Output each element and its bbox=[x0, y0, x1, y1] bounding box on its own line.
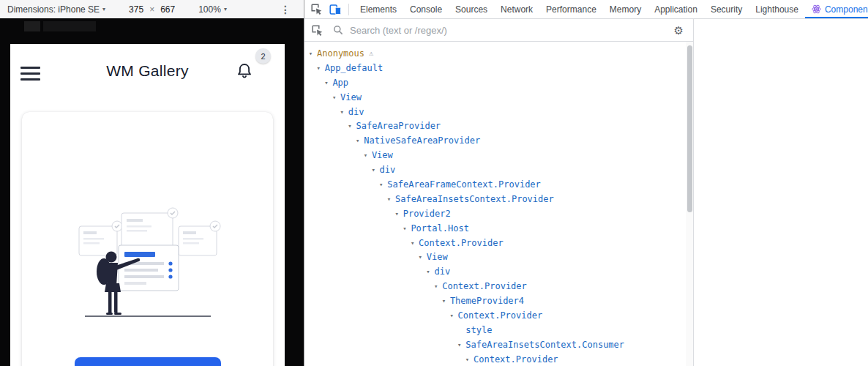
tab-label: Sources bbox=[455, 4, 487, 15]
component-name: Context.Provider bbox=[419, 238, 504, 248]
component-name: div bbox=[380, 165, 396, 175]
tree-row[interactable]: ▾App_default bbox=[304, 61, 693, 75]
viewport-height-field[interactable]: 667 bbox=[160, 4, 175, 15]
chevron-down-icon: ▾ bbox=[224, 6, 227, 12]
scrollbar-thumb[interactable] bbox=[687, 45, 692, 212]
expand-arrow-icon[interactable]: ▾ bbox=[362, 152, 369, 159]
props-pane bbox=[695, 19, 868, 366]
panel-tabs: ElementsConsoleSourcesNetworkPerformance… bbox=[353, 0, 868, 18]
tree-row[interactable]: ▾Portal.Host bbox=[304, 221, 693, 236]
component-name: Portal.Host bbox=[411, 223, 468, 234]
primary-action-button[interactable] bbox=[75, 357, 221, 366]
tree-row[interactable]: ▾SafeAreaProvider bbox=[304, 119, 693, 133]
component-name: style bbox=[465, 325, 492, 335]
canvas-artifact bbox=[24, 21, 40, 31]
expand-arrow-icon[interactable]: ▾ bbox=[370, 166, 377, 173]
tree-row[interactable]: ▾Context.Provider bbox=[304, 308, 693, 323]
tree-row[interactable]: ▾SafeAreaInsetsContext.Consumer bbox=[304, 337, 693, 352]
expand-arrow-icon[interactable]: ▾ bbox=[441, 297, 447, 305]
component-name: View bbox=[427, 252, 448, 262]
expand-arrow-icon[interactable]: ▾ bbox=[433, 283, 439, 290]
inspect-element-icon[interactable] bbox=[310, 3, 323, 15]
expand-arrow-icon[interactable]: ▾ bbox=[449, 312, 455, 319]
expand-arrow-icon[interactable]: ▾ bbox=[401, 225, 408, 232]
app-header: WM Gallery 2 bbox=[10, 44, 285, 100]
component-name: Provider2 bbox=[403, 209, 451, 219]
component-name: SafeAreaInsetsContext.Provider bbox=[395, 194, 554, 204]
tab-label: Memory bbox=[610, 4, 641, 15]
component-name: NativeSafeAreaProvider bbox=[364, 135, 480, 146]
tree-row[interactable]: style bbox=[304, 323, 693, 337]
tree-row[interactable]: ▾View bbox=[304, 90, 693, 105]
expand-arrow-icon[interactable]: ▾ bbox=[456, 341, 463, 348]
tab-network[interactable]: Network bbox=[494, 0, 539, 18]
component-name: div bbox=[348, 107, 364, 117]
tree-row[interactable]: ▾ThemeProvider4 bbox=[304, 294, 693, 308]
component-name: SafeAreaFrameContext.Provider bbox=[387, 179, 541, 190]
scrollbar[interactable] bbox=[686, 42, 693, 366]
tab-label: Console bbox=[410, 4, 442, 15]
component-name: ThemeProvider4 bbox=[450, 296, 524, 306]
tab-elements[interactable]: Elements bbox=[353, 0, 403, 18]
phone-viewport: WM Gallery 2 bbox=[10, 44, 285, 366]
search-input[interactable] bbox=[348, 24, 571, 37]
tree-row[interactable]: ▾div bbox=[304, 105, 693, 119]
tree-row[interactable]: ▾Provider2 bbox=[304, 206, 693, 221]
tab-lighthouse[interactable]: Lighthouse bbox=[749, 0, 805, 18]
component-name: View bbox=[372, 150, 393, 160]
bell-icon[interactable] bbox=[236, 62, 252, 80]
tree-row[interactable]: ▾View bbox=[304, 148, 693, 163]
component-name: Anonymous bbox=[317, 48, 364, 59]
gear-icon[interactable]: ⚙ bbox=[674, 25, 684, 36]
expand-arrow-icon[interactable]: ▾ bbox=[315, 64, 322, 72]
tab-memory[interactable]: Memory bbox=[603, 0, 648, 18]
warning-icon: ⚠ bbox=[369, 49, 373, 57]
tree-row[interactable]: ▾div bbox=[304, 264, 693, 279]
expand-arrow-icon[interactable]: ▾ bbox=[394, 210, 400, 217]
tree-row[interactable]: ▾NativeSafeAreaProvider bbox=[304, 133, 693, 148]
expand-arrow-icon[interactable]: ▾ bbox=[386, 195, 392, 203]
tab-console[interactable]: Console bbox=[403, 0, 449, 18]
tree-row[interactable]: ▾Anonymous⚠ bbox=[304, 46, 693, 61]
tab-label: Performance bbox=[546, 4, 596, 15]
zoom-dropdown[interactable]: 100% ▾ bbox=[198, 4, 227, 15]
multiply-separator: × bbox=[149, 4, 154, 15]
expand-arrow-icon[interactable]: ▾ bbox=[464, 356, 471, 363]
more-options-icon[interactable]: ⋮ bbox=[280, 4, 291, 15]
expand-arrow-icon[interactable]: ▾ bbox=[323, 79, 329, 86]
tree-row[interactable]: ▾View bbox=[304, 250, 693, 264]
tree-row[interactable]: ▾div bbox=[304, 163, 693, 177]
tab-label: Application bbox=[654, 4, 697, 15]
tree-row[interactable]: ▾Context.Provider bbox=[304, 236, 693, 250]
tab-security[interactable]: Security bbox=[704, 0, 749, 18]
expand-arrow-icon[interactable]: ▾ bbox=[378, 181, 384, 188]
expand-arrow-icon[interactable]: ▾ bbox=[307, 50, 314, 57]
tree-row[interactable]: ▾Context.Provider bbox=[304, 279, 693, 294]
dimensions-dropdown[interactable]: Dimensions: iPhone SE ▾ bbox=[7, 4, 105, 15]
notification-badge: 2 bbox=[255, 48, 271, 64]
tab-performance[interactable]: Performance bbox=[539, 0, 603, 18]
viewport-width-field[interactable]: 375 bbox=[129, 4, 143, 15]
tree-row[interactable]: ▾App bbox=[304, 75, 693, 90]
expand-arrow-icon[interactable]: ▾ bbox=[417, 253, 424, 261]
tab-application[interactable]: Application bbox=[648, 0, 704, 18]
component-name: Context.Provider bbox=[458, 310, 543, 321]
component-name: App_default bbox=[325, 63, 383, 73]
expand-arrow-icon[interactable]: ▾ bbox=[339, 108, 345, 116]
select-component-icon[interactable] bbox=[311, 24, 323, 37]
chevron-down-icon: ▾ bbox=[102, 6, 105, 12]
component-name: App bbox=[332, 78, 348, 88]
tab-components[interactable]: Components bbox=[805, 0, 868, 18]
expand-arrow-icon[interactable]: ▾ bbox=[347, 122, 353, 130]
expand-arrow-icon[interactable]: ▾ bbox=[409, 239, 416, 247]
tree-row[interactable]: ▾SafeAreaInsetsContext.Provider bbox=[304, 192, 693, 206]
expand-arrow-icon[interactable]: ▾ bbox=[354, 137, 361, 144]
expand-arrow-icon[interactable]: ▾ bbox=[331, 94, 337, 101]
expand-arrow-icon[interactable]: ▾ bbox=[425, 268, 432, 275]
tab-label: Lighthouse bbox=[755, 4, 798, 15]
tree-row[interactable]: ▾Context.Provider bbox=[304, 352, 693, 366]
toggle-device-toolbar-icon[interactable] bbox=[329, 3, 342, 15]
tree-row[interactable]: ▾SafeAreaFrameContext.Provider bbox=[304, 177, 693, 192]
tab-label: Security bbox=[711, 4, 742, 15]
tab-sources[interactable]: Sources bbox=[449, 0, 494, 18]
